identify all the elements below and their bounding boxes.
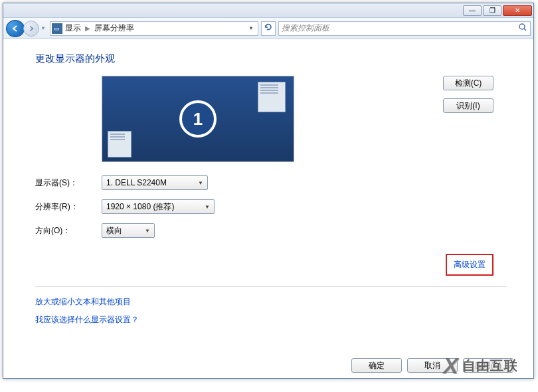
- divider: [35, 286, 507, 287]
- display-select[interactable]: 1. DELL S2240M ▼: [102, 175, 208, 190]
- footer-buttons: 确定 取消 应用(A): [351, 358, 513, 373]
- preview-window-bottom-left: [108, 131, 132, 157]
- breadcrumb-item-resolution[interactable]: 屏幕分辨率: [94, 23, 134, 34]
- maximize-button[interactable]: ❐: [483, 5, 501, 16]
- which-settings-link[interactable]: 我应该选择什么显示器设置？: [35, 314, 507, 326]
- minimize-button[interactable]: —: [463, 5, 482, 16]
- control-panel-window: — ❐ ✕ ▼ ▭ 显示 ▶ 屏幕分辨率 ▼: [3, 3, 534, 379]
- breadcrumb: 显示 ▶ 屏幕分辨率: [65, 23, 246, 34]
- navigation-bar: ▼ ▭ 显示 ▶ 屏幕分辨率 ▼ 搜索控制面板: [3, 18, 533, 39]
- titlebar: — ❐ ✕: [3, 3, 533, 18]
- detect-button[interactable]: 检测(C): [443, 76, 493, 90]
- advanced-row: 高级设置: [35, 254, 507, 276]
- refresh-button[interactable]: [261, 21, 276, 36]
- help-links: 放大或缩小文本和其他项目 我应该选择什么显示器设置？: [35, 296, 507, 326]
- search-input[interactable]: 搜索控制面板: [278, 21, 531, 36]
- control-panel-icon: ▭: [52, 23, 62, 34]
- resolution-row: 分辨率(R)： 1920 × 1080 (推荐) ▼: [35, 199, 507, 214]
- orientation-value: 横向: [106, 225, 122, 237]
- chevron-down-icon: ▼: [205, 204, 210, 210]
- maximize-icon: ❐: [490, 7, 495, 14]
- address-bar[interactable]: ▭ 显示 ▶ 屏幕分辨率 ▼: [50, 21, 258, 36]
- refresh-icon: [264, 23, 272, 33]
- resolution-select[interactable]: 1920 × 1080 (推荐) ▼: [102, 199, 215, 214]
- monitor-number: 1: [193, 109, 203, 130]
- chevron-right-icon: ▶: [85, 25, 90, 32]
- nav-button-group: ▼: [6, 20, 46, 37]
- breadcrumb-item-display[interactable]: 显示: [65, 23, 81, 34]
- advanced-settings-link[interactable]: 高级设置: [454, 260, 486, 269]
- chevron-down-icon: ▼: [145, 228, 150, 234]
- display-preview[interactable]: 1: [102, 76, 294, 162]
- orientation-label: 方向(O)：: [35, 225, 102, 237]
- display-preview-row: 1 检测(C) 识别(I): [35, 76, 507, 162]
- content-area: 更改显示器的外观 1 检测(C) 识别(I) 显示器(S)： 1: [3, 39, 533, 349]
- display-row: 显示器(S)： 1. DELL S2240M ▼: [35, 175, 507, 190]
- address-dropdown-icon[interactable]: ▼: [246, 25, 256, 31]
- orientation-select[interactable]: 横向 ▼: [102, 223, 155, 238]
- preview-window-top-right: [258, 82, 286, 112]
- page-title: 更改显示器的外观: [35, 52, 507, 65]
- resolution-value: 1920 × 1080 (推荐): [106, 201, 174, 213]
- ok-button[interactable]: 确定: [351, 358, 402, 373]
- cancel-button[interactable]: 取消: [407, 358, 458, 373]
- svg-point-0: [519, 24, 525, 29]
- orientation-row: 方向(O)： 横向 ▼: [35, 223, 507, 238]
- minimize-icon: —: [469, 7, 476, 14]
- forward-arrow-icon: [28, 25, 35, 32]
- display-label: 显示器(S)：: [35, 177, 102, 189]
- close-icon: ✕: [515, 7, 520, 14]
- close-button[interactable]: ✕: [503, 5, 532, 16]
- chevron-down-icon: ▼: [198, 180, 203, 186]
- resolution-label: 分辨率(R)：: [35, 201, 102, 213]
- back-button[interactable]: [6, 20, 25, 37]
- preview-side-buttons: 检测(C) 识别(I): [443, 76, 493, 113]
- identify-button[interactable]: 识别(I): [443, 98, 493, 113]
- text-size-link[interactable]: 放大或缩小文本和其他项目: [35, 296, 507, 308]
- advanced-highlight-box: 高级设置: [446, 254, 493, 276]
- back-arrow-icon: [11, 25, 19, 33]
- apply-button[interactable]: 应用(A): [463, 358, 513, 373]
- svg-line-1: [524, 29, 526, 31]
- display-value: 1. DELL S2240M: [106, 178, 167, 187]
- monitor-badge: 1: [179, 100, 217, 138]
- search-placeholder: 搜索控制面板: [282, 23, 329, 34]
- search-icon: [518, 23, 527, 34]
- forward-button[interactable]: [23, 21, 39, 37]
- nav-history-dropdown[interactable]: ▼: [41, 25, 46, 31]
